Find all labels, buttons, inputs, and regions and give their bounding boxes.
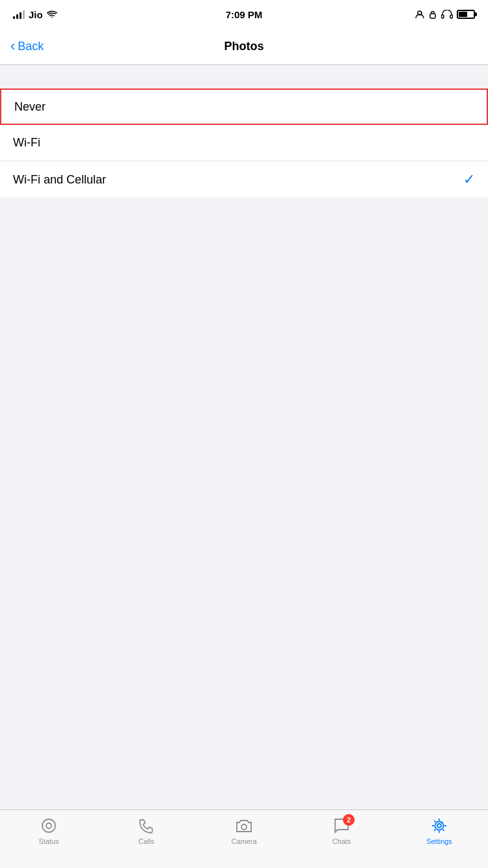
tab-bar: Status Calls Camera 2 Chats: [0, 809, 488, 868]
chats-badge: 2: [343, 814, 355, 826]
settings-tab-icon: [430, 817, 448, 835]
option-wifi-cellular-label: Wi-Fi and Cellular: [13, 173, 106, 187]
tab-camera[interactable]: Camera: [195, 817, 293, 845]
camera-tab-icon: [235, 817, 253, 835]
person-icon: [415, 10, 424, 19]
tab-settings[interactable]: Settings: [390, 817, 488, 845]
svg-point-6: [241, 824, 247, 830]
wifi-icon: [47, 9, 57, 20]
back-label: Back: [18, 40, 44, 53]
headphones-icon: [441, 10, 453, 19]
chats-tab-icon: 2: [332, 817, 351, 835]
battery-icon: [457, 10, 475, 19]
tab-status-label: Status: [38, 837, 59, 845]
tab-chats-label: Chats: [332, 837, 351, 845]
checkmark-icon: ✓: [463, 171, 475, 188]
back-chevron-icon: ‹: [10, 39, 15, 53]
option-wifi-label: Wi-Fi: [13, 136, 40, 150]
status-time: 7:09 PM: [226, 9, 263, 20]
carrier-name: Jio: [29, 9, 43, 20]
tab-camera-label: Camera: [231, 837, 256, 845]
tab-settings-label: Settings: [426, 837, 452, 845]
svg-point-5: [46, 823, 51, 828]
option-never[interactable]: Never: [0, 88, 488, 125]
status-right: [415, 10, 475, 19]
svg-point-8: [435, 822, 444, 830]
calls-tab-icon: [137, 817, 156, 835]
status-tab-icon: [40, 817, 58, 835]
tab-status[interactable]: Status: [0, 817, 98, 845]
options-list: Never Wi-Fi Wi-Fi and Cellular ✓: [0, 88, 488, 198]
svg-rect-3: [450, 15, 453, 18]
signal-bars-icon: [13, 10, 25, 19]
tab-calls[interactable]: Calls: [98, 817, 195, 845]
svg-point-7: [437, 824, 441, 828]
nav-bar: ‹ Back Photos: [0, 29, 488, 65]
section-spacer: [0, 65, 488, 88]
status-left: Jio: [13, 9, 57, 20]
svg-rect-1: [430, 14, 435, 18]
lock-icon: [428, 10, 437, 19]
option-wifi-cellular[interactable]: Wi-Fi and Cellular ✓: [0, 161, 488, 198]
option-never-label: Never: [14, 100, 46, 114]
svg-point-4: [42, 819, 55, 832]
option-wifi[interactable]: Wi-Fi: [0, 125, 488, 161]
content-area: [0, 198, 488, 809]
tab-chats[interactable]: 2 Chats: [293, 817, 390, 845]
back-button[interactable]: ‹ Back: [10, 40, 44, 53]
tab-calls-label: Calls: [139, 837, 154, 845]
page-title: Photos: [224, 40, 264, 53]
status-bar: Jio 7:09 PM: [0, 0, 488, 29]
svg-rect-2: [442, 15, 444, 18]
